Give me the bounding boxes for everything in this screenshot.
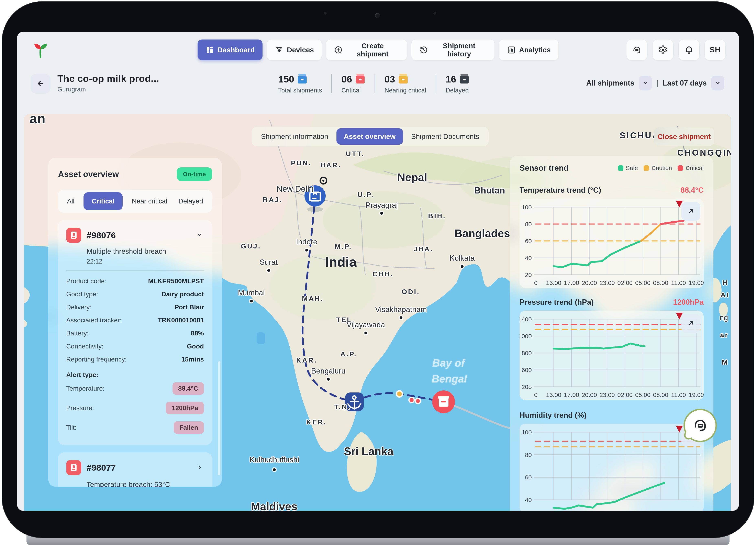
map-label: Bhutan [474,185,505,196]
map-label: Surat [260,258,278,267]
map-label: Bangladesh [454,227,517,240]
svg-text:08:00: 08:00 [653,391,668,398]
temperature-current-value: 88.4°C [680,186,704,194]
nav-devices[interactable]: Devices [267,40,322,60]
filter-all[interactable]: All [65,192,77,210]
svg-text:600: 600 [522,367,532,373]
svg-text:11:00: 11:00 [671,391,686,398]
notifications-button[interactable] [679,40,699,60]
divider [66,270,204,271]
back-arrow-icon [35,78,46,90]
alert-type-label: Alert type: [66,371,204,379]
svg-text:19:00: 19:00 [689,279,704,286]
shipment-id: #98076 [87,230,190,240]
svg-text:60: 60 [525,238,532,244]
support-button[interactable] [626,40,647,60]
svg-text:0: 0 [534,279,538,286]
tab-asset-overview[interactable]: Asset overview [336,128,403,145]
svg-text:05:00: 05:00 [635,279,651,286]
shipment-id: #98077 [87,463,191,473]
back-button[interactable] [31,74,51,94]
pressure-chart: 1400100080060020o013:0017:0020:0023:0002… [520,311,704,400]
date-filter-dropdown[interactable] [711,76,724,90]
temperature-chart: 10080604020013:0017:0020:0023:0002:0005:… [520,199,704,288]
svg-text:80: 80 [525,221,532,227]
detail-row: Connectivity:Good [66,340,204,353]
map-label: Indore [296,238,318,246]
chevron-right-icon[interactable] [197,463,204,472]
panel-scrollbar[interactable] [218,361,220,475]
close-shipment-button[interactable]: Close shipment [654,127,714,146]
asset-card-98077[interactable]: #98077 Temperature breach: 53°C 22:12 [58,452,212,487]
chevron-down-icon[interactable] [196,231,204,240]
chevron-down-icon [642,79,649,87]
filter-critical[interactable]: Critical [84,192,123,210]
city-dot [305,249,308,252]
chart-legend: Safe Caution Critical [618,165,704,171]
map-label: GUJ. [241,242,261,250]
asset-overview-panel: Asset overview On-time All Critical Near… [48,158,222,487]
svg-text:23:00: 23:00 [600,391,615,398]
alert-time: 22:12 [87,258,204,265]
front-camera [375,13,380,18]
app-logo-icon [31,41,50,59]
divider [331,74,332,93]
detail-row: Product code:MLKFR500MLPST [66,275,204,288]
expand-pressure-chart-button[interactable] [681,314,700,333]
sensor-dot [324,12,327,15]
svg-text:17:00: 17:00 [564,391,579,398]
nav-create-shipment[interactable]: Create shipment [326,40,407,60]
header-filters: All shipments | Last 07 days [586,76,724,90]
date-filter-value[interactable]: Last 07 days [663,79,707,87]
asset-filter-tabs: All Critical Near critical Delayed [58,190,212,213]
alert-container-icon [66,228,81,243]
divider [375,74,375,93]
settings-button[interactable] [653,40,673,60]
map-label: Visakhapatnam [375,305,427,314]
map-label: ar [720,331,729,339]
nav-analytics[interactable]: Analytics [499,40,558,60]
filter-delayed[interactable]: Delayed [176,192,205,210]
map-label: Vijayawada [347,321,385,329]
avatar[interactable]: SH [705,40,725,60]
svg-text:1400: 1400 [520,316,532,323]
svg-text:40: 40 [525,497,532,503]
support-chat-float-button[interactable] [683,409,717,442]
pressure-chart-header: Pressure trend (hPa) 1200hPa [520,298,704,307]
svg-text:20:00: 20:00 [582,391,597,398]
nav-shipment-history[interactable]: Shipment history [411,40,494,60]
svg-text:20:00: 20:00 [582,279,597,286]
svg-text:1000: 1000 [520,333,532,340]
stat-nearing-critical: 03 Nearing critical [385,73,426,94]
city-dot [327,378,330,381]
container-icon-dark [459,73,469,85]
nav-dashboard[interactable]: Dashboard [198,40,263,60]
shipment-filter-dropdown[interactable] [639,76,652,90]
map-label: ng [720,313,728,322]
map-label: Bengaluru [311,367,346,375]
nav-label: Devices [287,46,314,54]
svg-text:23:00: 23:00 [600,279,615,286]
container-icon-red [355,73,365,85]
filter-near-critical[interactable]: Near critical [130,192,169,210]
temperature-chart-card: 10080604020013:0017:0020:0023:0002:0005:… [520,199,704,288]
tab-shipment-information[interactable]: Shipment information [254,128,336,145]
pressure-chart-card: 1400100080060020o013:0017:0020:0023:0002… [520,311,704,400]
shipment-filter-value[interactable]: All shipments [586,79,634,87]
pressure-badge: 1200hPa [166,402,204,414]
svg-text:08:00: 08:00 [653,279,668,286]
devices-icon [275,45,284,54]
asset-card-98076[interactable]: #98076 Multiple threshold breach 22:12 P… [58,220,212,445]
detail-row: Associated tracker:TRK000010001 [66,314,204,327]
svg-text:02:00: 02:00 [617,391,633,398]
filter-separator: | [656,79,658,87]
map-label: Bengal [432,373,467,385]
main-nav: Dashboard Devices Create shipment [198,40,558,60]
city-dot [273,468,276,471]
chevron-down-icon [714,79,721,87]
tab-shipment-documents[interactable]: Shipment Documents [404,128,487,145]
map-label: Mumbai [238,289,265,297]
map-label: AI [721,291,730,299]
humidity-chart-header: Humidity trend (%) [520,411,704,420]
expand-temperature-chart-button[interactable] [681,202,700,221]
